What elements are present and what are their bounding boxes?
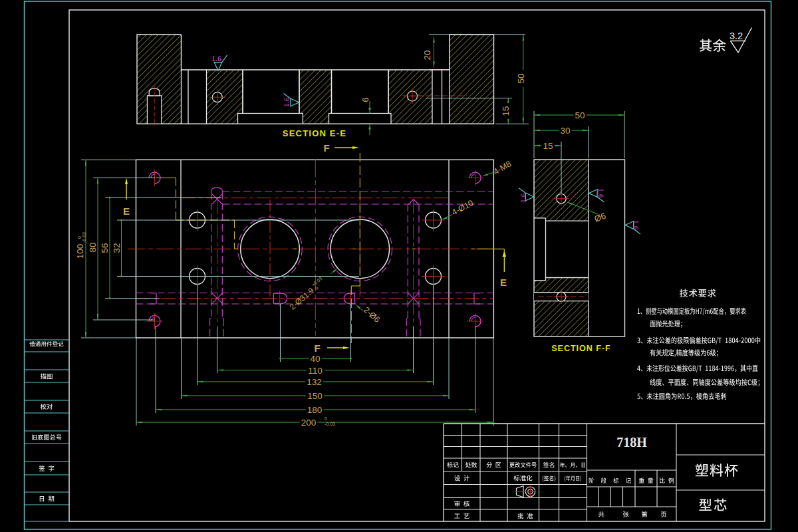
svg-text:56: 56 (100, 243, 110, 253)
svg-text:150: 150 (307, 391, 323, 401)
svg-text:50: 50 (575, 110, 585, 120)
svg-text:32: 32 (112, 243, 122, 253)
svg-text:40: 40 (310, 354, 320, 364)
svg-text:15: 15 (543, 141, 553, 151)
svg-text:200: 200 (301, 418, 317, 428)
svg-text:SECTION E-E: SECTION E-E (283, 128, 346, 138)
svg-text:50: 50 (516, 73, 526, 83)
svg-text:SECTION F-F: SECTION F-F (551, 344, 610, 353)
svg-text:-0.03: -0.03 (82, 232, 86, 243)
svg-text:F: F (323, 142, 329, 154)
svg-text:718H: 718H (616, 435, 647, 450)
svg-text:15: 15 (501, 106, 511, 116)
svg-text:132: 132 (307, 377, 322, 387)
svg-text:0: 0 (77, 236, 82, 239)
svg-text:3.2: 3.2 (730, 31, 743, 41)
svg-text:6: 6 (360, 97, 370, 102)
svg-text:80: 80 (88, 242, 98, 252)
svg-text:0: 0 (325, 416, 327, 421)
svg-text:E: E (500, 277, 507, 288)
svg-text:E: E (123, 205, 130, 217)
svg-text:F: F (314, 342, 320, 354)
svg-text:-0.03: -0.03 (325, 422, 335, 426)
svg-text:180: 180 (307, 405, 323, 415)
svg-text:100: 100 (75, 244, 85, 259)
svg-text:110: 110 (308, 366, 323, 376)
svg-text:20: 20 (422, 50, 432, 60)
svg-text:30: 30 (560, 126, 570, 136)
